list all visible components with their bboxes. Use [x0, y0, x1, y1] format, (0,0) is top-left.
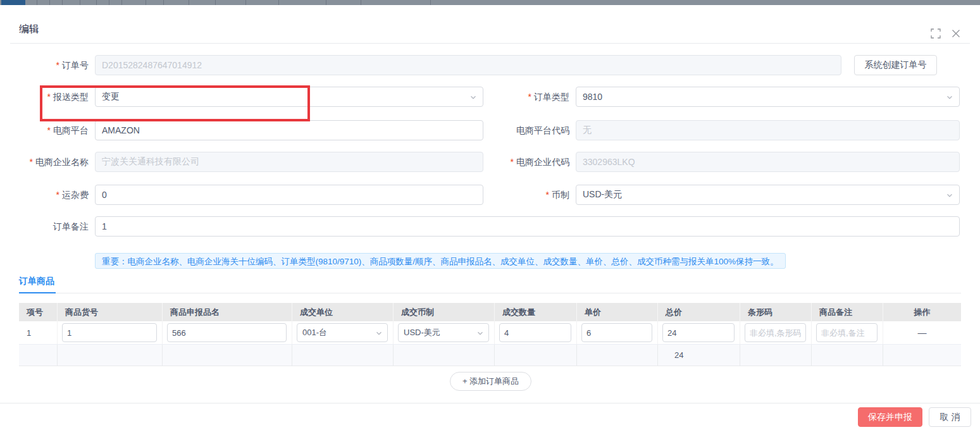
dialog-title: 编辑	[19, 23, 39, 36]
chevron-down-icon	[469, 94, 477, 101]
company-code-label: *电商企业代码	[493, 152, 569, 172]
label-text: 币制	[552, 190, 569, 200]
total-price-input[interactable]	[662, 323, 735, 342]
header-divider	[10, 43, 970, 44]
fullscreen-icon[interactable]	[931, 28, 941, 39]
chevron-down-icon	[946, 192, 953, 199]
required-mark: *	[528, 92, 531, 102]
select-value: 变更	[102, 91, 120, 102]
product-no-input[interactable]	[62, 323, 157, 342]
order-note-label: 订单备注	[13, 216, 89, 237]
footer-divider	[0, 403, 980, 403]
col-header-note: 商品备注	[812, 303, 883, 321]
company-code-input[interactable]	[576, 152, 960, 172]
table-summary-row: 24	[19, 345, 961, 366]
report-type-label: *报送类型	[13, 87, 89, 107]
chevron-down-icon	[476, 329, 484, 337]
background-header-accent	[1, 0, 25, 5]
col-header-barcode: 条形码	[740, 303, 812, 321]
col-header-product-no: 商品货号	[58, 303, 163, 321]
platform-label: *电商平台	[13, 120, 89, 140]
chevron-down-icon	[375, 329, 383, 337]
label-text: 运杂费	[62, 190, 89, 200]
screen: 编辑 *订单号 系统创建订单号 *报送类型 变更 *订单类型 9810	[0, 0, 980, 437]
col-header-currency: 成交币制	[394, 303, 495, 321]
col-header-total-price: 总价	[658, 303, 740, 321]
note-input[interactable]	[816, 323, 878, 342]
platform-input[interactable]	[95, 120, 483, 140]
quantity-input[interactable]	[499, 323, 571, 342]
label-text: 电商企业代码	[516, 157, 569, 167]
col-header-unit: 成交单位	[292, 303, 394, 321]
save-and-declare-button[interactable]: 保存并申报	[858, 407, 922, 427]
label-text: 订单号	[62, 60, 89, 70]
chevron-down-icon	[946, 94, 953, 101]
select-value: USD-美元	[404, 327, 440, 338]
select-value: 9810	[583, 92, 602, 102]
label-text: 报送类型	[53, 92, 89, 102]
unit-select[interactable]: 001-台	[297, 323, 388, 342]
unit-price-input[interactable]	[581, 323, 652, 342]
col-header-unit-price: 单价	[577, 303, 658, 321]
label-text: 订单备注	[53, 221, 89, 231]
item-no-value: 1	[19, 328, 31, 338]
close-icon[interactable]	[951, 28, 961, 39]
tab-active-underline	[19, 292, 56, 293]
report-type-select[interactable]: 变更	[95, 87, 483, 107]
order-no-label: *订单号	[13, 55, 89, 75]
products-table: 项号 商品货号 商品申报品名 成交单位 成交币制 成交数量 单价 总价 条形码 …	[19, 303, 961, 366]
label-text: 电商企业名称	[35, 157, 89, 167]
freight-label: *运杂费	[13, 185, 89, 205]
row-currency-select[interactable]: USD-美元	[398, 323, 489, 342]
declare-name-input[interactable]	[167, 323, 287, 342]
order-note-input[interactable]	[95, 216, 960, 237]
platform-code-label: 电商平台代码	[493, 120, 569, 140]
col-header-action: 操作	[883, 303, 961, 321]
tab-divider	[19, 293, 961, 293]
required-mark: *	[56, 190, 59, 200]
select-value: USD-美元	[583, 189, 622, 200]
order-type-select[interactable]: 9810	[576, 87, 960, 107]
edit-order-dialog: 编辑 *订单号 系统创建订单号 *报送类型 变更 *订单类型 9810	[0, 5, 980, 437]
barcode-input[interactable]	[745, 323, 806, 342]
label-text: 电商平台代码	[516, 125, 569, 135]
required-mark: *	[30, 157, 33, 167]
table-header-row: 项号 商品货号 商品申报品名 成交单位 成交币制 成交数量 单价 总价 条形码 …	[19, 303, 961, 321]
required-mark: *	[546, 190, 549, 200]
important-notice: 重要：电商企业名称、电商企业海关十位编码、订单类型(9810/9710)、商品项…	[95, 253, 786, 269]
required-mark: *	[511, 157, 514, 167]
company-name-input[interactable]	[95, 152, 483, 172]
required-mark: *	[47, 125, 51, 135]
platform-code-input[interactable]	[576, 120, 960, 140]
summary-total-price: 24	[658, 350, 683, 360]
create-order-no-button[interactable]: 系统创建订单号	[854, 55, 937, 75]
col-header-declare-name: 商品申报品名	[163, 303, 292, 321]
cancel-button[interactable]: 取 消	[929, 407, 971, 427]
tab-order-products[interactable]: 订单商品	[19, 276, 54, 287]
table-row: 1 001-台 USD-美元	[19, 321, 961, 345]
select-value: 001-台	[302, 327, 327, 338]
col-header-item-no: 项号	[19, 303, 58, 321]
row-action-dash: —	[918, 328, 927, 338]
required-mark: *	[56, 60, 59, 70]
col-header-quantity: 成交数量	[495, 303, 577, 321]
add-product-button[interactable]: + 添加订单商品	[450, 372, 531, 391]
freight-input[interactable]	[95, 185, 483, 205]
order-no-input[interactable]	[95, 55, 841, 75]
order-type-label: *订单类型	[493, 87, 569, 107]
currency-select[interactable]: USD-美元	[576, 185, 960, 205]
background-page-edge	[0, 0, 980, 5]
label-text: 订单类型	[534, 92, 569, 102]
label-text: 电商平台	[53, 125, 89, 135]
company-name-label: *电商企业名称	[13, 152, 89, 172]
currency-label: *币制	[493, 185, 569, 205]
required-mark: *	[47, 92, 51, 102]
